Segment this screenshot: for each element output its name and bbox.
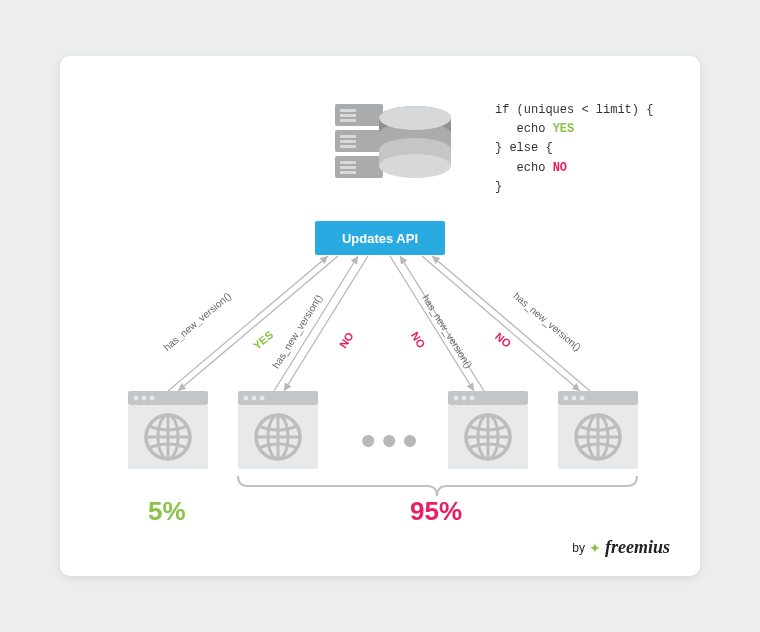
svg-rect-46 — [448, 391, 528, 405]
browser-icon — [238, 391, 318, 469]
call-label: has_new_version() — [270, 293, 324, 370]
svg-line-22 — [274, 256, 358, 391]
svg-point-58 — [580, 396, 585, 401]
svg-rect-10 — [340, 166, 356, 169]
svg-point-19 — [379, 106, 451, 130]
svg-rect-6 — [340, 135, 356, 138]
updates-api-label: Updates API — [315, 221, 445, 255]
svg-line-26 — [432, 256, 590, 391]
svg-point-39 — [252, 396, 257, 401]
svg-point-18 — [379, 154, 451, 178]
svg-point-40 — [260, 396, 265, 401]
response-yes: YES — [251, 328, 276, 351]
ellipsis-icon: ●●● — [360, 424, 423, 456]
svg-line-25 — [390, 256, 474, 391]
code-line: echo YES — [495, 120, 653, 139]
svg-rect-28 — [128, 391, 208, 405]
brace-icon — [235, 476, 640, 498]
svg-point-38 — [244, 396, 249, 401]
server-database-icon — [335, 96, 465, 196]
code-snippet: if (uniques < limit) { echo YES } else {… — [495, 101, 653, 197]
brand-dot-icon: ✦ — [589, 540, 601, 556]
percent-yes: 5% — [148, 496, 186, 527]
call-label: has_new_version() — [511, 290, 583, 353]
call-label: has_new_version() — [420, 293, 474, 370]
response-no: NO — [337, 330, 356, 350]
svg-rect-4 — [340, 114, 356, 117]
svg-rect-55 — [558, 391, 638, 405]
svg-point-47 — [454, 396, 459, 401]
svg-rect-8 — [340, 145, 356, 148]
percent-no: 95% — [410, 496, 462, 527]
byline-prefix: by — [572, 541, 585, 555]
code-line: } — [495, 178, 653, 197]
svg-rect-11 — [340, 171, 356, 174]
code-line: } else { — [495, 139, 653, 158]
svg-rect-7 — [340, 140, 356, 143]
svg-point-49 — [470, 396, 475, 401]
svg-rect-9 — [340, 161, 356, 164]
call-label: has_new_version() — [161, 290, 233, 353]
svg-point-29 — [134, 396, 139, 401]
code-line: echo NO — [495, 159, 653, 178]
browser-icon — [558, 391, 638, 469]
browser-icon — [448, 391, 528, 469]
svg-point-57 — [572, 396, 577, 401]
response-no: NO — [409, 330, 428, 350]
response-no: NO — [493, 330, 513, 350]
api-label-text: Updates API — [342, 231, 418, 246]
code-line: if (uniques < limit) { — [495, 101, 653, 120]
svg-point-56 — [564, 396, 569, 401]
browser-icon — [128, 391, 208, 469]
svg-rect-37 — [238, 391, 318, 405]
diagram-card: if (uniques < limit) { echo YES } else {… — [60, 56, 700, 576]
svg-point-30 — [142, 396, 147, 401]
byline: by ✦freemius — [572, 537, 670, 558]
svg-point-48 — [462, 396, 467, 401]
svg-rect-3 — [340, 109, 356, 112]
brand-name: freemius — [605, 537, 670, 558]
svg-rect-5 — [340, 119, 356, 122]
svg-point-31 — [150, 396, 155, 401]
